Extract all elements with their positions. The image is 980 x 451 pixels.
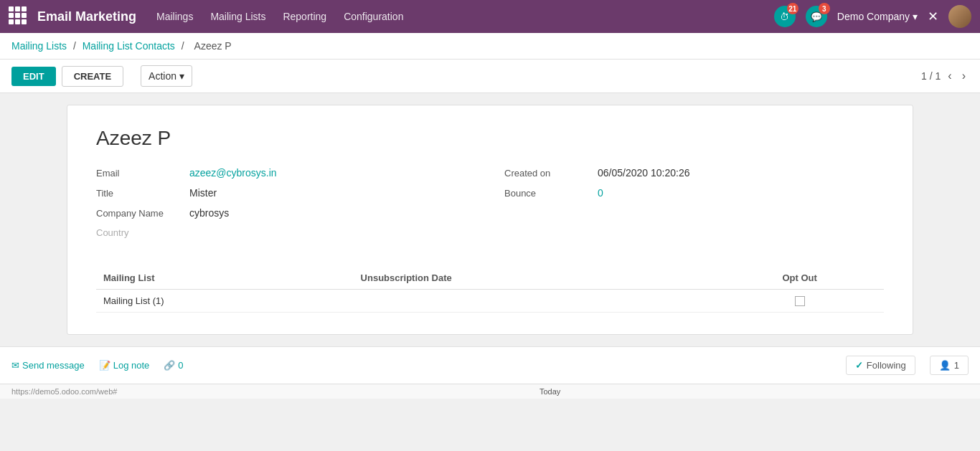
field-company-name: Company Name cybrosys [96,207,476,219]
pager: 1 / 1 ‹ › [921,68,969,84]
fields-section: Email azeez@cybrosys.in Title Mister Com… [96,167,884,247]
table-row: Mailing List (1) [96,290,884,313]
send-message-label: Send message [22,360,85,371]
clock-activity-icon[interactable]: ⏱ 21 [774,6,796,27]
following-button[interactable]: ✓ Following [846,356,915,375]
breadcrumb-sep-1: / [70,40,79,52]
paperclip-icon: 🔗 [164,360,175,371]
attachments-count: 0 [178,360,183,371]
country-label: Country [96,227,189,238]
person-icon: 👤 [939,360,951,371]
field-country: Country [96,227,476,238]
log-note-label: Log note [113,360,150,371]
unsubscription-date-cell [354,290,716,313]
user-avatar[interactable] [948,5,971,28]
action-dropdown[interactable]: Action ▾ [141,65,192,87]
toolbar: EDIT CREATE Action ▾ 1 / 1 ‹ › [0,60,980,93]
action-chevron-icon: ▾ [179,70,184,82]
title-label: Title [96,188,189,199]
status-url: https://demo5.odoo.com/web# [11,387,117,396]
record-title: Azeez P [96,127,884,150]
log-note-icon: 📝 [99,360,110,371]
field-created-on: Created on 06/05/2020 10:20:26 [504,167,884,179]
fields-right-column: Created on 06/05/2020 10:20:26 Bounce 0 [504,167,884,247]
log-note-button[interactable]: 📝 Log note [99,360,150,371]
following-label: Following [867,360,906,371]
send-message-icon: ✉ [11,360,19,371]
nav-reporting[interactable]: Reporting [283,11,326,22]
title-value: Mister [189,187,217,199]
close-icon[interactable]: ✕ [928,9,938,24]
col-opt-out: Opt Out [715,267,884,290]
status-bar: https://demo5.odoo.com/web# Today [0,384,980,399]
field-title: Title Mister [96,187,476,199]
col-unsubscription-date: Unsubscription Date [354,267,716,290]
mailing-list-section: Mailing List Unsubscription Date Opt Out… [96,267,884,313]
email-value[interactable]: azeez@cybrosys.in [189,167,277,179]
send-message-button[interactable]: ✉ Send message [11,360,85,371]
mailing-list-table: Mailing List Unsubscription Date Opt Out… [96,267,884,313]
apps-grid-icon[interactable] [9,6,29,27]
company-name-value: cybrosys [189,207,229,219]
record-card: Azeez P Email azeez@cybrosys.in Title Mi… [67,105,913,335]
email-label: Email [96,168,189,179]
create-button[interactable]: CREATE [62,66,123,87]
opt-out-checkbox[interactable] [795,296,805,306]
company-name: Demo Company [837,11,910,22]
company-selector[interactable]: Demo Company ▾ [837,11,918,22]
breadcrumb-mailing-list-contacts[interactable]: Mailing List Contacts [83,40,175,52]
status-today: Today [131,387,969,396]
message-count: 3 [819,3,830,14]
bottom-bar: ✉ Send message 📝 Log note 🔗 0 ✓ Followin… [0,346,980,384]
top-navigation: Email Marketing Mailings Mailing Lists R… [0,0,980,33]
bounce-value[interactable]: 0 [598,187,603,199]
edit-button[interactable]: EDIT [11,67,56,86]
company-chevron-icon: ▾ [913,11,918,22]
main-content: Azeez P Email azeez@cybrosys.in Title Mi… [0,93,980,346]
field-email: Email azeez@cybrosys.in [96,167,476,179]
action-label: Action [149,70,176,82]
message-icon[interactable]: 💬 3 [806,6,827,27]
nav-mailing-lists[interactable]: Mailing Lists [210,11,265,22]
created-on-value: 06/05/2020 10:20:26 [598,167,689,179]
following-check-icon: ✓ [855,360,863,371]
followers-button[interactable]: 👤 1 [930,356,969,375]
attachments-button[interactable]: 🔗 0 [164,360,183,371]
app-title: Email Marketing [37,9,136,24]
pager-prev-button[interactable]: ‹ [945,68,954,84]
topnav-right: ⏱ 21 💬 3 Demo Company ▾ ✕ [774,5,971,28]
fields-left-column: Email azeez@cybrosys.in Title Mister Com… [96,167,476,247]
mailing-list-cell: Mailing List (1) [96,290,354,313]
company-name-label: Company Name [96,208,189,219]
breadcrumb-sep-2: / [179,40,187,52]
bounce-label: Bounce [504,188,598,199]
nav-mailings[interactable]: Mailings [156,11,193,22]
created-on-label: Created on [504,168,598,179]
pager-text: 1 / 1 [921,70,941,82]
nav-configuration[interactable]: Configuration [344,11,403,22]
followers-count: 1 [954,360,959,371]
breadcrumb-current: Azeez P [194,40,232,52]
activity-count: 21 [787,3,798,14]
breadcrumb: Mailing Lists / Mailing List Contacts / … [0,33,980,60]
top-nav-menu: Mailings Mailing Lists Reporting Configu… [156,11,774,22]
field-bounce: Bounce 0 [504,187,884,199]
pager-next-button[interactable]: › [959,68,969,84]
col-mailing-list: Mailing List [96,267,354,290]
breadcrumb-mailing-lists[interactable]: Mailing Lists [11,40,67,52]
opt-out-cell [715,290,884,313]
